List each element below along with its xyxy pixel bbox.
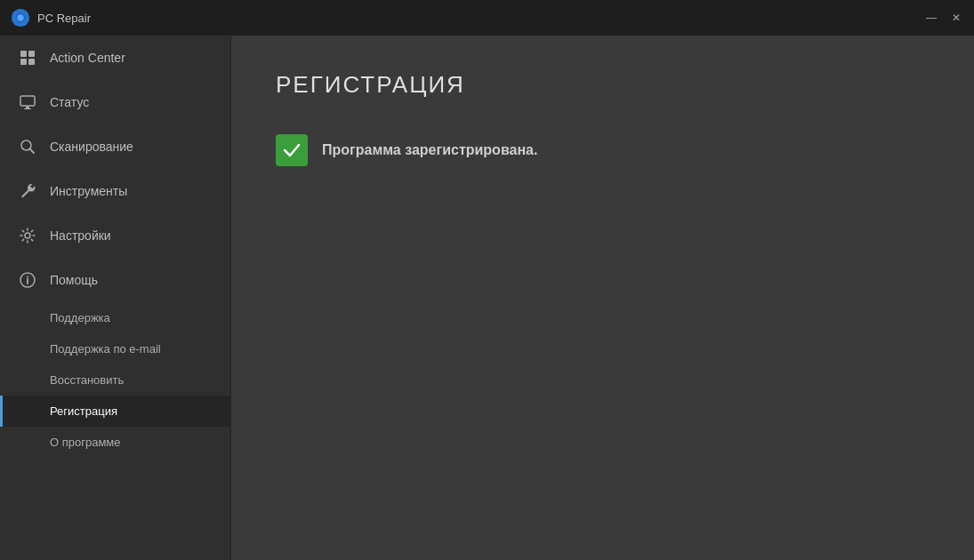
sidebar-item-registration[interactable]: Регистрация <box>0 396 230 427</box>
sidebar-item-help[interactable]: Помощь <box>0 258 230 302</box>
search-icon <box>18 137 37 156</box>
sidebar-label-status: Статус <box>50 95 89 109</box>
check-badge <box>276 134 308 166</box>
sidebar-label-help: Помощь <box>50 273 98 287</box>
title-bar-left: PC Repair <box>11 8 91 28</box>
registration-status: Программа зарегистрирована. <box>276 134 930 166</box>
checkmark-icon <box>282 140 302 160</box>
sidebar-item-email-support[interactable]: Поддержка по e-mail <box>0 333 230 364</box>
sidebar-item-settings[interactable]: Настройки <box>0 213 230 258</box>
sidebar-item-support[interactable]: Поддержка <box>0 302 230 333</box>
title-bar-controls: — ✕ <box>924 11 963 25</box>
svg-point-14 <box>27 276 28 278</box>
sidebar-label-support: Поддержка <box>50 311 110 324</box>
sidebar-item-status[interactable]: Статус <box>0 80 230 124</box>
svg-rect-7 <box>26 107 29 108</box>
gear-icon <box>18 226 37 245</box>
svg-rect-8 <box>24 108 31 109</box>
app-title: PC Repair <box>37 12 91 25</box>
sidebar-label-settings: Настройки <box>50 228 111 243</box>
sidebar-item-tools[interactable]: Инструменты <box>0 169 230 213</box>
sidebar: Action Center Статус Сканирование <box>0 36 231 560</box>
info-icon <box>18 270 37 290</box>
grid-icon <box>18 48 37 68</box>
content-area: РЕГИСТРАЦИЯ Программа зарегистрирована. <box>231 36 974 560</box>
svg-point-1 <box>17 14 23 20</box>
sidebar-item-restore[interactable]: Восстановить <box>0 364 230 396</box>
sidebar-label-registration: Регистрация <box>50 404 117 418</box>
svg-rect-5 <box>28 59 35 65</box>
svg-rect-3 <box>28 51 35 57</box>
sidebar-label-restore: Восстановить <box>50 373 124 387</box>
wrench-icon <box>18 181 37 201</box>
svg-line-10 <box>30 149 35 154</box>
title-bar: PC Repair — ✕ <box>0 0 974 36</box>
sidebar-label-about: О программе <box>50 436 121 449</box>
svg-rect-2 <box>20 51 27 57</box>
sidebar-item-scan[interactable]: Сканирование <box>0 124 230 169</box>
minimize-button[interactable]: — <box>924 11 938 25</box>
close-button[interactable]: ✕ <box>949 11 963 25</box>
sidebar-item-action-center[interactable]: Action Center <box>0 36 230 80</box>
sidebar-label-action-center: Action Center <box>50 51 125 65</box>
svg-rect-6 <box>20 96 35 106</box>
sidebar-item-about[interactable]: О программе <box>0 427 230 458</box>
sidebar-label-email-support: Поддержка по e-mail <box>50 342 161 356</box>
app-logo-icon <box>11 8 30 28</box>
page-title: РЕГИСТРАЦИЯ <box>276 71 930 99</box>
sidebar-label-tools: Инструменты <box>50 184 127 198</box>
svg-rect-4 <box>20 59 27 65</box>
main-layout: Action Center Статус Сканирование <box>0 36 974 560</box>
sidebar-label-scan: Сканирование <box>50 140 133 154</box>
monitor-icon <box>18 92 37 112</box>
svg-point-11 <box>25 233 30 238</box>
status-text: Программа зарегистрирована. <box>322 142 537 158</box>
